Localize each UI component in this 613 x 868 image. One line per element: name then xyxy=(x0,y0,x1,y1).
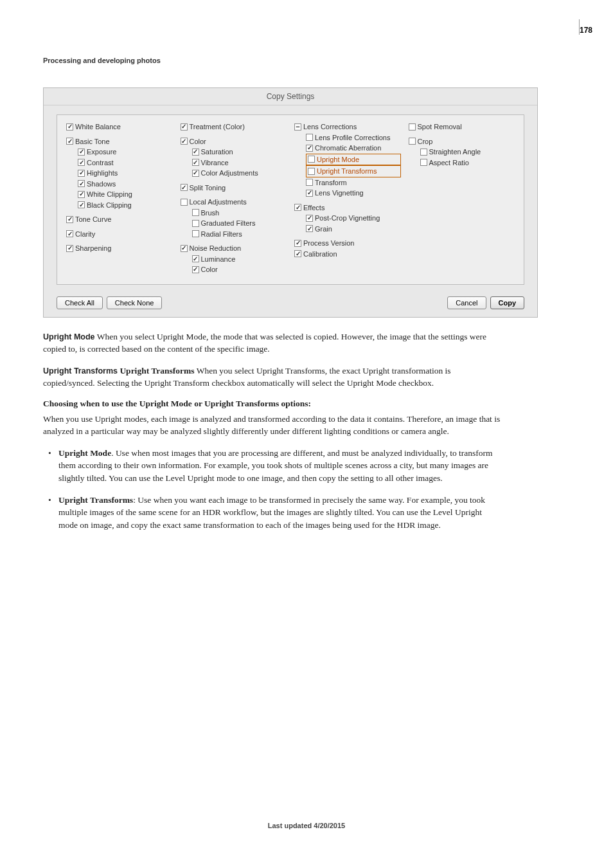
cb-noise-reduction[interactable] xyxy=(181,245,188,252)
cb-contrast[interactable] xyxy=(78,159,85,166)
cb-sharpening[interactable] xyxy=(66,245,73,252)
label: Straighten Angle xyxy=(429,147,481,158)
label: Spot Removal xyxy=(418,122,462,132)
label: White Balance xyxy=(75,122,121,132)
label: Transform xyxy=(315,177,347,188)
cb-split-toning[interactable] xyxy=(181,184,188,191)
list-item: Upright Transforms: Use when you want ea… xyxy=(58,494,503,532)
divider xyxy=(579,19,580,35)
paragraph-upright-mode: Upright Mode When you select Upright Mod… xyxy=(43,330,503,356)
label: Basic Tone xyxy=(75,136,110,147)
col-1: White Balance Basic Tone Exposure Contra… xyxy=(66,122,173,275)
label: Split Toning xyxy=(190,183,226,194)
cb-highlights[interactable] xyxy=(78,170,85,177)
label: Process Version xyxy=(303,238,354,249)
label: Crop xyxy=(418,136,433,147)
run-in-label: Upright Mode xyxy=(43,332,95,341)
bold-label: Upright Transforms xyxy=(58,495,133,505)
cb-saturation[interactable] xyxy=(192,149,199,156)
bold-label: Upright Mode xyxy=(58,448,111,458)
page-number: 178 xyxy=(577,24,595,36)
label: Radial Filters xyxy=(201,229,242,240)
bullet-list: Upright Mode. Use when most images that … xyxy=(43,447,503,531)
cb-chromatic-aberration[interactable] xyxy=(306,145,313,152)
copy-button[interactable]: Copy xyxy=(490,296,525,309)
label: Highlights xyxy=(87,168,118,179)
label: Noise Reduction xyxy=(190,243,242,254)
cb-lens-corrections[interactable] xyxy=(294,123,301,131)
label: Effects xyxy=(303,203,324,213)
cb-lens-profile[interactable] xyxy=(306,134,313,141)
cb-transform[interactable] xyxy=(306,179,313,186)
cb-post-crop-vignetting[interactable] xyxy=(306,215,313,222)
label: Brush xyxy=(201,208,220,219)
label: Tone Curve xyxy=(75,214,111,225)
cb-crop[interactable] xyxy=(409,138,416,145)
cb-white-balance[interactable] xyxy=(66,123,73,131)
cb-grain[interactable] xyxy=(306,225,313,232)
label: Sharpening xyxy=(75,243,111,254)
paragraph-explain: When you use Upright modes, each image i… xyxy=(43,413,503,438)
cb-clarity[interactable] xyxy=(66,230,73,237)
cb-luminance[interactable] xyxy=(192,255,199,262)
cb-upright-mode[interactable] xyxy=(308,156,315,163)
label: Shadows xyxy=(87,179,116,190)
cb-vibrance[interactable] xyxy=(192,159,199,166)
text: When you select Upright Mode, the mode t… xyxy=(43,332,486,354)
check-all-button[interactable]: Check All xyxy=(57,296,103,309)
cb-process-version[interactable] xyxy=(294,240,301,247)
run-in-label: Upright Transforms xyxy=(43,366,118,375)
cb-tone-curve[interactable] xyxy=(66,216,73,223)
paragraph-upright-transforms: Upright Transforms Upright Transforms Wh… xyxy=(43,365,503,390)
copy-settings-dialog: Copy Settings White Balance Basic Tone E… xyxy=(43,87,538,318)
cb-treatment[interactable] xyxy=(181,123,188,131)
label: Lens Profile Corrections xyxy=(315,132,390,143)
label: Calibration xyxy=(303,249,337,260)
label: Post-Crop Vignetting xyxy=(315,213,380,224)
cb-basic-tone[interactable] xyxy=(66,138,73,145)
cb-color[interactable] xyxy=(181,138,188,145)
cb-local-adj[interactable] xyxy=(181,199,188,206)
label: Lens Corrections xyxy=(303,122,357,132)
cb-calibration[interactable] xyxy=(294,250,301,257)
label: Saturation xyxy=(201,147,233,158)
cb-aspect[interactable] xyxy=(420,159,427,166)
label: Local Adjustments xyxy=(190,197,247,208)
label: White Clipping xyxy=(87,189,132,200)
text: . Use when most images that you are proc… xyxy=(58,448,493,483)
cb-brush[interactable] xyxy=(192,209,199,216)
cb-black-clipping[interactable] xyxy=(78,201,85,208)
cb-effects[interactable] xyxy=(294,204,301,211)
cb-nr-color[interactable] xyxy=(192,266,199,273)
list-item: Upright Mode. Use when most images that … xyxy=(58,447,503,485)
col-4: Spot Removal Crop Straighten Angle Aspec… xyxy=(409,122,515,275)
label: Treatment (Color) xyxy=(190,122,245,132)
label: Color xyxy=(190,136,206,147)
cb-spot-removal[interactable] xyxy=(409,123,416,131)
cb-straighten[interactable] xyxy=(420,149,427,156)
col-2: Treatment (Color) Color Saturation Vibra… xyxy=(181,122,287,275)
label: Black Clipping xyxy=(87,200,132,211)
cb-radial-filters[interactable] xyxy=(192,230,199,237)
label: Exposure xyxy=(87,147,116,158)
subhead-choosing: Choosing when to use the Upright Mode or… xyxy=(43,399,503,409)
chapter-header: Processing and developing photos xyxy=(0,0,613,64)
label: Graduated Filters xyxy=(201,218,256,229)
cb-exposure[interactable] xyxy=(78,149,85,156)
check-none-button[interactable]: Check None xyxy=(107,296,163,309)
page-content: Copy Settings White Balance Basic Tone E… xyxy=(0,64,546,531)
cb-shadows[interactable] xyxy=(78,180,85,187)
cb-lens-vignetting[interactable] xyxy=(306,190,313,197)
cb-white-clipping[interactable] xyxy=(78,191,85,198)
label: Luminance xyxy=(201,254,236,265)
cb-color-adj[interactable] xyxy=(192,170,199,177)
label: Color Adjustments xyxy=(201,168,258,179)
cb-grad-filters[interactable] xyxy=(192,220,199,227)
dialog-footer: Check All Check None Cancel Copy xyxy=(44,290,537,317)
label-highlight: Upright Transforms xyxy=(317,166,377,177)
label: Grain xyxy=(315,224,332,235)
label: Clarity xyxy=(75,229,95,240)
label: Vibrance xyxy=(201,158,229,168)
cb-upright-transforms[interactable] xyxy=(308,168,315,175)
cancel-button[interactable]: Cancel xyxy=(447,296,486,309)
